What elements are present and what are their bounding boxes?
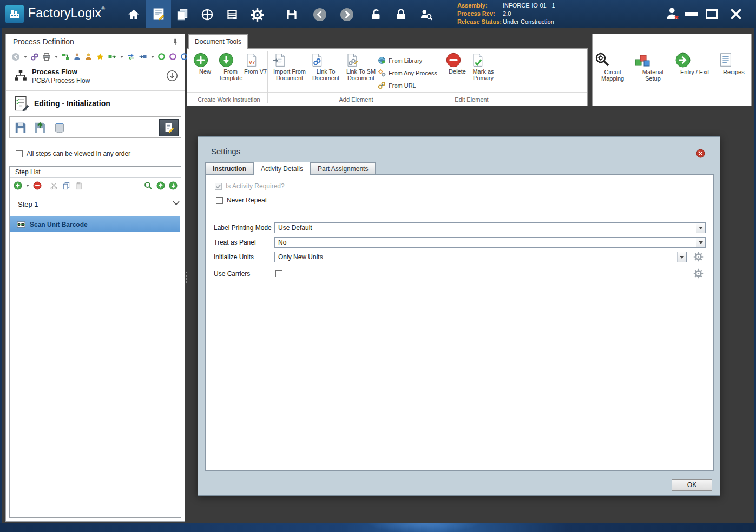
copy-icon[interactable]: [62, 181, 71, 191]
step-list-title: Step List: [10, 167, 181, 178]
ribbon-item-from-library[interactable]: From Library: [378, 54, 443, 67]
ribbon-item-entry-exit[interactable]: Entry / Exit: [674, 51, 715, 75]
titlebar: FactoryLogix® Assembly: INFORCE-IO-01 - …: [0, 0, 756, 28]
never-repeat-checkbox[interactable]: [216, 197, 223, 204]
dialog-title: Settings: [211, 147, 240, 156]
ribbon-item-new[interactable]: New: [193, 52, 218, 75]
close-button[interactable]: [726, 5, 746, 23]
step-activity-scan-unit-barcode[interactable]: Scan Unit Barcode: [10, 216, 180, 232]
report-button[interactable]: [224, 6, 240, 23]
add-step-icon[interactable]: [13, 181, 22, 191]
star-person-icon[interactable]: [96, 52, 104, 61]
tab-activity-details[interactable]: Activity Details: [253, 162, 311, 175]
import-flow-icon[interactable]: [139, 52, 147, 61]
move-step-up-icon[interactable]: [156, 181, 165, 191]
person-female-icon[interactable]: [84, 52, 93, 61]
ribbon-item-material-setup[interactable]: Material Setup: [634, 51, 672, 82]
ribbon-item-import-from-document[interactable]: Import From Document: [272, 52, 307, 81]
audit-search-button[interactable]: [418, 6, 434, 23]
never-repeat-row: Never Repeat: [216, 196, 267, 204]
maximize-button[interactable]: [704, 5, 720, 23]
initialize-units-gear-icon[interactable]: [693, 252, 704, 262]
step-group-selector[interactable]: Step 1: [12, 195, 150, 213]
collapse-flow-icon[interactable]: [166, 70, 178, 82]
ribbon-item-from-any-process[interactable]: From Any Process: [378, 67, 443, 79]
link-icon[interactable]: [30, 52, 39, 61]
settings-gear-button[interactable]: [249, 6, 265, 23]
undo-caret-icon[interactable]: [24, 56, 27, 58]
label-printing-mode-select[interactable]: Use Default: [274, 222, 706, 233]
print-caret-icon[interactable]: [55, 56, 58, 58]
minimize-button[interactable]: [683, 5, 699, 23]
pin-icon[interactable]: [172, 38, 179, 46]
dropdown-arrow-icon[interactable]: [677, 252, 686, 262]
status-purple-icon[interactable]: [169, 52, 177, 61]
order-checkbox[interactable]: [16, 150, 23, 157]
export-flow-icon[interactable]: [108, 52, 116, 61]
chevron-down-icon[interactable]: [172, 200, 180, 206]
undo-icon[interactable]: [11, 52, 20, 61]
dropdown-arrow-icon[interactable]: [696, 238, 705, 247]
dialog-close-icon[interactable]: [696, 149, 705, 158]
remove-step-icon[interactable]: [32, 181, 42, 191]
save-button[interactable]: [284, 6, 300, 23]
ribbon-item-from-template[interactable]: From Template: [218, 52, 243, 81]
assembly-row: Assembly: INFORCE-IO-01 - 1: [457, 2, 555, 10]
initialize-units-label: Initialize Units: [214, 252, 254, 262]
process-definition-editor-button[interactable]: [146, 0, 171, 28]
tab-part-assignments[interactable]: Part Assignments: [310, 162, 376, 174]
window-footer: [0, 523, 756, 532]
edit-instruction-button[interactable]: [159, 119, 179, 136]
ribbon-item-link-to-document[interactable]: Link To Document: [309, 52, 343, 81]
import-instruction-icon[interactable]: [31, 119, 49, 136]
tab-instruction[interactable]: Instruction: [205, 162, 254, 174]
use-carriers-gear-icon[interactable]: [693, 268, 704, 279]
back-button[interactable]: [312, 6, 328, 23]
transfer-icon[interactable]: [127, 52, 135, 61]
initialize-units-select[interactable]: Only New Units: [274, 252, 687, 262]
logout-user-button[interactable]: [665, 5, 681, 22]
home-button[interactable]: [126, 6, 142, 23]
treat-as-panel-select[interactable]: No: [274, 237, 706, 248]
tab-document-tools[interactable]: Document Tools: [188, 34, 248, 49]
ribbon-item-delete[interactable]: Delete: [445, 52, 469, 75]
navigator-button[interactable]: [199, 6, 215, 23]
process-flow-title: Process Flow: [32, 68, 77, 76]
unlock-button[interactable]: [368, 6, 384, 23]
import-flow-caret-icon[interactable]: [151, 56, 154, 58]
zoom-step-icon[interactable]: [143, 181, 153, 191]
use-carriers-checkbox[interactable]: [275, 270, 282, 277]
add-process-icon[interactable]: [61, 52, 70, 61]
archive-instruction-icon[interactable]: [51, 119, 68, 136]
forward-button[interactable]: [339, 6, 355, 23]
ribbon-label-divider: [187, 92, 587, 93]
circuit-mapping-icon: [594, 51, 632, 69]
ribbon-item-recipes[interactable]: Recipes: [718, 51, 750, 75]
save-instruction-icon[interactable]: [12, 119, 29, 136]
cut-icon[interactable]: [49, 181, 58, 191]
ribbon-item-circuit-mapping[interactable]: Circuit Mapping: [594, 51, 632, 82]
add-element-small-items: From Library From Any Process From URL: [378, 54, 443, 91]
ok-button[interactable]: OK: [672, 479, 712, 491]
add-step-caret-icon[interactable]: [26, 185, 29, 187]
process-definition-panel: Process Definition Process Flow PCBA Pro…: [5, 34, 185, 522]
person-male-icon[interactable]: [73, 52, 81, 61]
ribbon-item-from-url[interactable]: From URL: [378, 79, 443, 91]
ribbon-item-from-v7[interactable]: V7 From V7: [244, 52, 267, 75]
status-green-icon[interactable]: [157, 52, 166, 61]
barcode-icon: [17, 220, 25, 229]
move-step-down-icon[interactable]: [168, 181, 178, 191]
print-icon[interactable]: [42, 52, 51, 61]
link-sm-document-icon: [344, 52, 378, 68]
export-flow-caret-icon[interactable]: [120, 56, 123, 58]
paste-icon[interactable]: [74, 181, 83, 191]
ribbon-item-link-to-sm-document[interactable]: Link To SM Document: [344, 52, 378, 81]
use-carriers-label: Use Carriers: [214, 268, 250, 279]
lock-button[interactable]: [393, 6, 409, 23]
editing-header: Editing - Initialization: [34, 99, 110, 108]
ribbon-item-mark-as-primary[interactable]: Mark as Primary: [470, 52, 497, 81]
release-status-value: Under Construction: [503, 18, 554, 26]
panel-splitter[interactable]: [185, 268, 187, 286]
documents-button[interactable]: [174, 6, 190, 23]
dropdown-arrow-icon[interactable]: [696, 223, 705, 233]
